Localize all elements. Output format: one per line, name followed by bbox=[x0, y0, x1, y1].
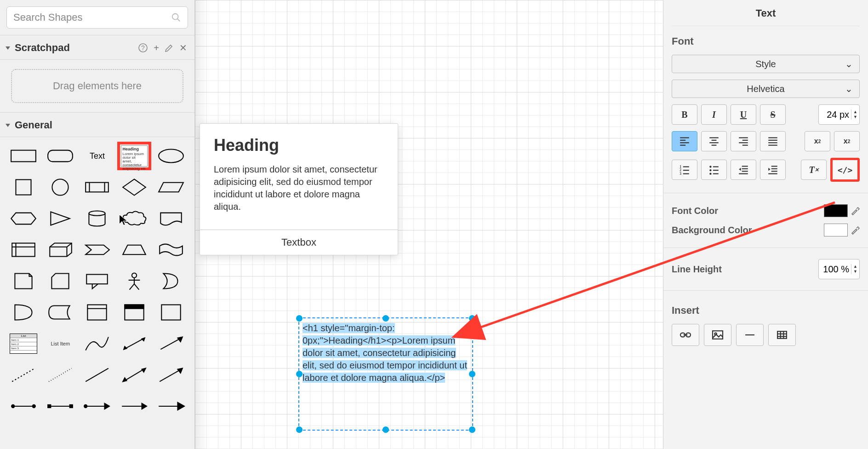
shape-textbox-highlighted[interactable]: HeadingLorem ipsum dolor sit amet, conse… bbox=[117, 142, 151, 170]
stepper-down[interactable]: ▼ bbox=[851, 115, 859, 120]
shape-list[interactable]: ListItem 1Item 2Item 3 bbox=[6, 329, 40, 358]
textbox-preview-card[interactable]: Heading Lorem ipsum dolor sit amet, cons… bbox=[200, 123, 398, 255]
shape-callout[interactable] bbox=[80, 267, 114, 295]
close-icon[interactable]: ✕ bbox=[179, 42, 187, 53]
numbered-list-button[interactable]: 123 bbox=[672, 160, 697, 180]
shape-step[interactable] bbox=[80, 236, 114, 264]
shape-actor[interactable] bbox=[117, 267, 151, 295]
shape-link1[interactable] bbox=[6, 392, 40, 420]
shape-tape[interactable] bbox=[154, 236, 188, 264]
scratchpad-section-header[interactable]: Scratchpad ? + ✕ bbox=[0, 35, 194, 60]
stepper-up[interactable]: ▲ bbox=[851, 264, 859, 269]
shape-diamond[interactable] bbox=[117, 173, 151, 201]
html-button[interactable]: </> bbox=[830, 158, 860, 182]
general-section-header[interactable]: General bbox=[0, 112, 194, 137]
add-icon[interactable]: + bbox=[154, 43, 159, 53]
shape-circle[interactable] bbox=[43, 173, 77, 201]
shape-text[interactable]: Text bbox=[80, 142, 114, 170]
shape-data-storage[interactable] bbox=[43, 298, 77, 327]
clear-formatting-button[interactable]: T✕ bbox=[801, 160, 827, 180]
format-sidebar: Text Font Style ⌄ Helvetica ⌄ B I U S ▲▼ bbox=[663, 0, 868, 449]
edit-icon[interactable] bbox=[165, 43, 174, 52]
shape-list-item[interactable]: List Item bbox=[43, 329, 77, 358]
shape-triangle[interactable] bbox=[43, 204, 77, 233]
resize-handle[interactable] bbox=[296, 315, 303, 322]
resize-handle[interactable] bbox=[296, 371, 303, 377]
shape-link4[interactable] bbox=[117, 392, 151, 420]
shape-document[interactable] bbox=[154, 204, 188, 233]
shape-square[interactable] bbox=[6, 173, 40, 201]
shape-parallelogram[interactable] bbox=[154, 173, 188, 201]
shape-link2[interactable] bbox=[43, 392, 77, 420]
line-height-field[interactable] bbox=[819, 264, 851, 275]
shape-arrow[interactable] bbox=[154, 329, 188, 358]
scratchpad-dropzone[interactable]: Drag elements here bbox=[11, 69, 183, 103]
shape-rounded-rectangle[interactable] bbox=[43, 142, 77, 170]
help-icon[interactable]: ? bbox=[138, 43, 148, 53]
shape-cylinder[interactable] bbox=[80, 204, 114, 233]
svg-point-41 bbox=[85, 405, 87, 408]
align-center-button[interactable] bbox=[701, 131, 727, 151]
shape-container[interactable] bbox=[80, 298, 114, 327]
stepper-up[interactable]: ▲ bbox=[851, 109, 859, 115]
shape-directional-connector[interactable] bbox=[154, 361, 188, 389]
resize-handle[interactable] bbox=[469, 371, 475, 377]
indent-button[interactable] bbox=[760, 160, 786, 180]
align-right-button[interactable] bbox=[731, 131, 756, 151]
shape-container2[interactable] bbox=[117, 298, 151, 327]
shape-dashed-line[interactable] bbox=[6, 361, 40, 389]
shape-note[interactable] bbox=[6, 267, 40, 295]
shape-card[interactable] bbox=[43, 267, 77, 295]
insert-link-button[interactable] bbox=[672, 324, 699, 346]
shape-internal-storage[interactable] bbox=[6, 236, 40, 264]
bullet-list-button[interactable] bbox=[701, 160, 727, 180]
shape-cube[interactable] bbox=[43, 236, 77, 264]
resize-handle[interactable] bbox=[383, 426, 389, 433]
shape-container3[interactable] bbox=[154, 298, 188, 327]
selection-html-source[interactable]: <h1 style="margin-top: 0px;">Heading</h1… bbox=[303, 322, 468, 384]
shape-rectangle[interactable] bbox=[6, 142, 40, 170]
font-color-swatch[interactable] bbox=[824, 204, 848, 217]
italic-button[interactable]: I bbox=[701, 104, 727, 125]
shape-or[interactable] bbox=[154, 267, 188, 295]
subscript-button[interactable]: x2 bbox=[805, 131, 830, 151]
strikethrough-button[interactable]: S bbox=[760, 104, 786, 125]
resize-handle[interactable] bbox=[383, 315, 389, 322]
align-left-button[interactable] bbox=[672, 131, 697, 151]
shape-line[interactable] bbox=[80, 361, 114, 389]
resize-handle[interactable] bbox=[469, 315, 475, 322]
insert-image-button[interactable] bbox=[704, 324, 731, 346]
shape-link3[interactable] bbox=[80, 392, 114, 420]
canvas[interactable]: Heading Lorem ipsum dolor sit amet, cons… bbox=[195, 0, 663, 449]
background-color-swatch[interactable] bbox=[824, 224, 848, 236]
shape-trapezoid[interactable] bbox=[117, 236, 151, 264]
shape-bidirectional-arrow[interactable] bbox=[117, 329, 151, 358]
search-shapes-field[interactable] bbox=[6, 6, 188, 29]
search-input[interactable] bbox=[13, 12, 171, 23]
shape-link5[interactable] bbox=[154, 392, 188, 420]
font-size-input[interactable]: ▲▼ bbox=[818, 104, 860, 125]
shape-curve[interactable] bbox=[80, 329, 114, 358]
style-dropdown[interactable]: Style ⌄ bbox=[672, 55, 860, 73]
outdent-button[interactable] bbox=[731, 160, 756, 180]
resize-handle[interactable] bbox=[296, 426, 303, 433]
superscript-button[interactable]: x2 bbox=[834, 131, 860, 151]
line-height-input[interactable]: ▲▼ bbox=[818, 259, 860, 279]
stepper-down[interactable]: ▼ bbox=[851, 269, 859, 274]
insert-table-button[interactable] bbox=[768, 324, 796, 346]
shape-hexagon[interactable] bbox=[6, 204, 40, 233]
shape-and[interactable] bbox=[6, 298, 40, 327]
shape-ellipse[interactable] bbox=[154, 142, 188, 170]
eyedropper-icon[interactable] bbox=[851, 225, 860, 235]
bold-button[interactable]: B bbox=[672, 104, 697, 125]
resize-handle[interactable] bbox=[469, 426, 475, 433]
shape-dotted-line[interactable] bbox=[43, 361, 77, 389]
shape-process[interactable] bbox=[80, 173, 114, 201]
eyedropper-icon[interactable] bbox=[851, 206, 860, 215]
align-justify-button[interactable] bbox=[760, 131, 786, 151]
font-size-field[interactable] bbox=[819, 109, 851, 120]
underline-button[interactable]: U bbox=[731, 104, 756, 125]
insert-hr-button[interactable] bbox=[736, 324, 764, 346]
font-family-dropdown[interactable]: Helvetica ⌄ bbox=[672, 80, 860, 98]
shape-bidir-connector[interactable] bbox=[117, 361, 151, 389]
